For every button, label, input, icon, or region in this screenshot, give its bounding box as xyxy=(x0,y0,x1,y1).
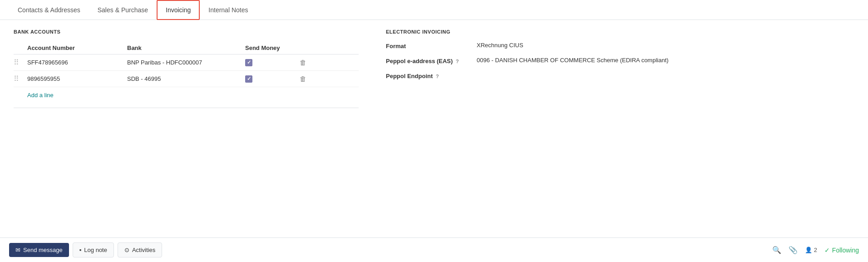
bank-accounts-table: Account Number Bank Send Money ⠿ SFF4789… xyxy=(14,42,359,87)
drag-handle-1[interactable]: ⠿ xyxy=(14,58,27,67)
delete-row-2[interactable]: 🗑 xyxy=(300,75,318,83)
table-row: ⠿ SFF478965696 BNP Paribas - HDFC000007 … xyxy=(14,54,359,71)
tab-notes[interactable]: Internal Notes xyxy=(200,0,256,20)
col-send-money: Send Money xyxy=(245,44,300,51)
envelope-icon: ✉ xyxy=(15,247,20,253)
person-icon: 👤 xyxy=(805,247,812,253)
field-row-format: Format XRechnung CIUS xyxy=(386,42,854,49)
field-row-peppol-eas: Peppol e-address (EAS) ? 0096 - DANISH C… xyxy=(386,57,854,64)
delete-row-1[interactable]: 🗑 xyxy=(300,59,318,66)
activities-button[interactable]: ⊙ Activities xyxy=(118,242,162,257)
tab-contacts[interactable]: Contacts & Addresses xyxy=(9,0,89,20)
bottom-toolbar: ✉ Send message ▪ Log note ⊙ Activities 🔍… xyxy=(0,237,868,262)
checkbox-checked-1[interactable] xyxy=(245,59,252,66)
drag-handle-2[interactable]: ⠿ xyxy=(14,74,27,83)
peppol-eas-help-icon[interactable]: ? xyxy=(456,59,459,64)
main-content: BANK ACCOUNTS Account Number Bank Send M… xyxy=(0,20,868,237)
bank-name-2: SDB - 46995 xyxy=(127,75,245,82)
following-label: Following xyxy=(832,247,859,254)
bank-accounts-title: BANK ACCOUNTS xyxy=(14,29,359,35)
paperclip-icon[interactable]: 📎 xyxy=(789,246,798,254)
account-number-1: SFF478965696 xyxy=(27,59,127,66)
tabs-bar: Contacts & Addresses Sales & Purchase In… xyxy=(0,0,868,20)
followers-badge[interactable]: 👤 2 xyxy=(805,247,817,253)
right-panel: ELECTRONIC INVOICING Format XRechnung CI… xyxy=(377,29,854,228)
divider xyxy=(14,108,359,108)
table-row: ⠿ 9896595955 SDB - 46995 🗑 xyxy=(14,71,359,87)
send-money-checkbox-1[interactable] xyxy=(245,59,300,66)
peppol-eas-label: Peppol e-address (EAS) ? xyxy=(386,57,477,64)
send-message-button[interactable]: ✉ Send message xyxy=(9,243,69,257)
format-value: XRechnung CIUS xyxy=(477,42,523,49)
add-line-link[interactable]: Add a line xyxy=(14,87,54,99)
bank-name-1: BNP Paribas - HDFC000007 xyxy=(127,59,245,66)
electronic-invoicing-title: ELECTRONIC INVOICING xyxy=(386,29,854,35)
send-money-checkbox-2[interactable] xyxy=(245,75,300,83)
peppol-eas-value: 0096 - DANISH CHAMBER OF COMMERCE Scheme… xyxy=(477,57,669,64)
checkmark-icon: ✓ xyxy=(824,247,830,254)
peppol-endpoint-label: Peppol Endpoint ? xyxy=(386,72,477,79)
search-icon[interactable]: 🔍 xyxy=(772,246,781,254)
left-panel: BANK ACCOUNTS Account Number Bank Send M… xyxy=(14,29,359,228)
log-note-label: Log note xyxy=(84,247,107,253)
checkbox-checked-2[interactable] xyxy=(245,75,252,83)
following-button[interactable]: ✓ Following xyxy=(824,247,859,254)
col-bank: Bank xyxy=(127,44,245,51)
page-wrapper: Contacts & Addresses Sales & Purchase In… xyxy=(0,0,868,262)
account-number-2: 9896595955 xyxy=(27,75,127,82)
peppol-endpoint-help-icon[interactable]: ? xyxy=(436,74,439,79)
send-message-label: Send message xyxy=(23,247,63,253)
toolbar-left: ✉ Send message ▪ Log note ⊙ Activities xyxy=(9,242,162,257)
col-account-number: Account Number xyxy=(27,44,127,51)
toolbar-right: 🔍 📎 👤 2 ✓ Following xyxy=(772,246,859,254)
table-header: Account Number Bank Send Money xyxy=(14,42,359,54)
followers-count: 2 xyxy=(814,247,817,253)
format-label: Format xyxy=(386,42,477,49)
note-icon: ▪ xyxy=(79,247,82,253)
tab-invoicing[interactable]: Invoicing xyxy=(157,0,200,20)
log-note-button[interactable]: ▪ Log note xyxy=(73,242,114,257)
activities-label: Activities xyxy=(132,247,155,253)
clock-icon: ⊙ xyxy=(124,247,129,253)
field-row-peppol-endpoint: Peppol Endpoint ? xyxy=(386,72,854,79)
tab-sales[interactable]: Sales & Purchase xyxy=(89,0,157,20)
